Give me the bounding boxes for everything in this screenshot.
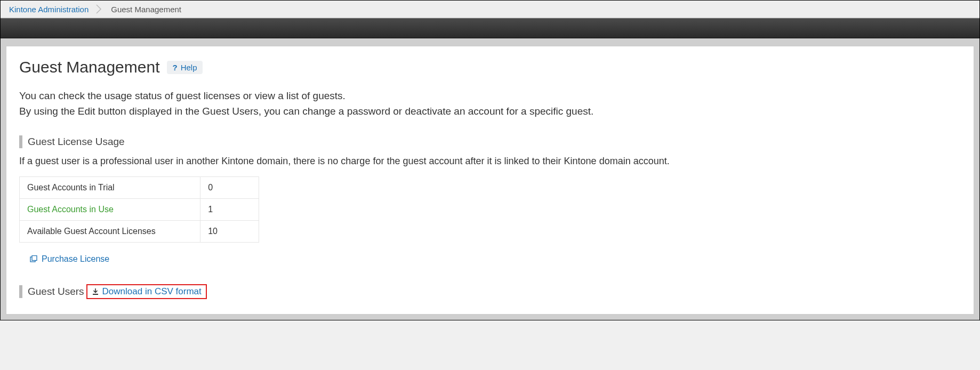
download-icon [92,288,99,295]
table-row: Available Guest Account Licenses 10 [20,220,259,242]
purchase-license-label: Purchase License [42,254,109,264]
breadcrumb-current: Guest Management [106,5,181,14]
guest-accounts-in-use-link[interactable]: Guest Accounts in Use [27,205,114,214]
download-csv-highlight: Download in CSV format [86,284,207,299]
external-link-icon [30,255,37,263]
license-row-label: Available Guest Account Licenses [20,220,200,242]
breadcrumb-root-link[interactable]: Kintone Administration [9,5,96,14]
intro-line1: You can check the usage status of guest … [19,88,961,103]
license-note: If a guest user is a professional user i… [19,156,961,167]
license-row-label: Guest Accounts in Trial [20,176,200,198]
download-csv-link[interactable]: Download in CSV format [102,286,202,297]
help-button[interactable]: ? Help [167,61,202,74]
svg-rect-1 [32,255,37,260]
license-row-value: 1 [200,198,259,220]
breadcrumb: Kintone Administration Guest Management [1,1,979,18]
question-icon: ? [172,63,177,72]
app-header-bar [1,18,979,38]
license-row-value: 10 [200,220,259,242]
license-table: Guest Accounts in Trial 0 Guest Accounts… [19,176,259,243]
help-label: Help [181,63,197,72]
intro-text: You can check the usage status of guest … [19,88,961,119]
intro-line2: By using the Edit button displayed in th… [19,103,961,119]
license-row-value: 0 [200,176,259,198]
content-card: Guest Management ? Help You can check th… [6,46,974,315]
purchase-license-link[interactable]: Purchase License [30,254,109,264]
svg-rect-2 [93,294,98,295]
chevron-right-icon [96,4,103,14]
guest-users-heading-text: Guest Users [28,286,84,297]
table-row: Guest Accounts in Use 1 [20,198,259,220]
page-title: Guest Management [19,58,159,76]
section-heading-license: Guest License Usage [19,135,961,148]
section-heading-guest-users: Guest Users Download in CSV format [19,284,961,299]
section-heading-license-text: Guest License Usage [28,136,125,148]
table-row: Guest Accounts in Trial 0 [20,176,259,198]
